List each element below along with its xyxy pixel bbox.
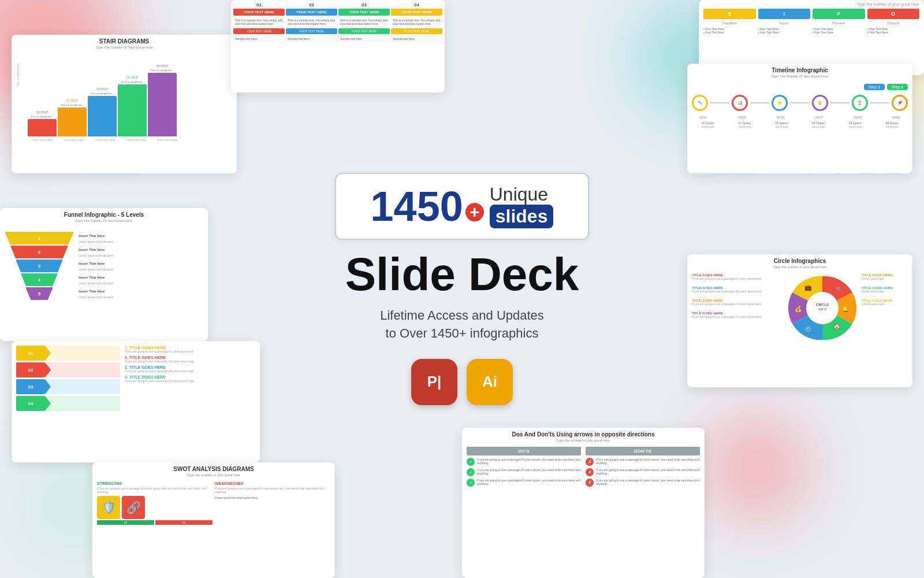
- main-title: Slide Deck: [335, 251, 589, 298]
- swot-inner: STRENGTHS If you are going to use a pass…: [92, 479, 335, 529]
- circle-subtitle: Type the subtitle of your great here: [687, 265, 912, 269]
- dos-header: DO'S: [467, 447, 581, 455]
- donts-header: DON'TS: [586, 447, 700, 455]
- swot-subtitle: Type the subtitle of your great here: [92, 473, 335, 477]
- unique-label: Unique: [490, 184, 548, 205]
- funnel-card: Funnel Infographic - 5 Levels Type The S…: [0, 208, 208, 341]
- svg-text:⚙️: ⚙️: [804, 325, 812, 333]
- app-icons: P| Ai: [335, 359, 589, 405]
- dosdont-title: Dos And Don'ts Using arrows in opposite …: [462, 428, 705, 439]
- dosdont-card: Dos And Don'ts Using arrows in opposite …: [462, 428, 705, 578]
- stair-step-2: 02 STEP This is a sample text...: [58, 99, 87, 136]
- svg-text:💼: 💼: [804, 284, 812, 291]
- powerpoint-icon: P|: [411, 359, 457, 405]
- arrow-funnel: 01 02 03: [16, 346, 120, 413]
- slides-label: slides: [490, 205, 554, 228]
- subtitle: Lifetime Access and Updates to Over 1450…: [335, 307, 589, 343]
- timeline-title: Timeline Infographic: [687, 64, 912, 75]
- stair-step-3: 03 STEP This is a sample text...: [88, 87, 117, 136]
- svg-text:🔔: 🔔: [842, 305, 850, 313]
- circle-left-labels: TITLE GOES HERE If you are going to use …: [692, 273, 783, 343]
- circle-title: Circle Infographics: [687, 254, 912, 265]
- arrows-card: 01 02 03: [12, 341, 260, 462]
- slide-count-box: 1450 + Unique slides: [335, 173, 589, 240]
- dosdont-inner: DO'S ✓ If you are going to use a passage…: [462, 444, 705, 489]
- svg-text:🏠: 🏠: [833, 323, 841, 330]
- stair-title: STAIR DIAGRAMS: [12, 35, 237, 46]
- funnel-visual: 1 2 3 4 5: [5, 227, 74, 300]
- arrow-labels: 1. TITLE GOES HERE If you are going to u…: [125, 346, 255, 413]
- funnel-title: Funnel Infographic - 5 Levels: [0, 208, 208, 219]
- timeline-card: Timeline Infographic Type The Subtitle O…: [687, 64, 912, 173]
- count-number: 1450: [371, 186, 463, 227]
- dosdont-subtitle: Type the subtitle of your great here: [462, 439, 705, 442]
- hero-section: 1450 + Unique slides Slide Deck Lifetime…: [335, 173, 589, 405]
- stair-step-1: 01 STEP This is a sample text...: [28, 110, 57, 136]
- stair-step-5: 05 STEP This is a sample text...: [148, 64, 177, 136]
- svg-text:INFO: INFO: [818, 307, 827, 311]
- circle-right-labels: TITLE GOES HERE Lorem ipsum text. TITLE …: [862, 273, 908, 343]
- sipo-inner: S I P O Suppliers Inputs Process Outputs…: [699, 6, 924, 36]
- stair-diagrams-card: STAIR DIAGRAMS Type The Subtitle Of Your…: [12, 35, 237, 173]
- funnel-labels: Insert Title Here Lorem ipsum dolor sit …: [79, 233, 203, 300]
- illustrator-icon: Ai: [467, 359, 513, 405]
- funnel-subtitle: Type The Subtitle Of Your Great Here: [0, 219, 208, 223]
- stair-subtitle: Type The Subtitle Of Your Great Here: [12, 46, 237, 49]
- count-plus: +: [465, 203, 484, 221]
- svg-text:🛒: 🛒: [835, 285, 843, 292]
- circle-svg: CIRCLE INFO 🛒 🔔 🏠 ⚙️ 💰 💼: [788, 273, 857, 343]
- circle-inner: TITLE GOES HERE If you are going to use …: [687, 271, 912, 345]
- dos-section: DO'S ✓ If you are going to use a passage…: [467, 447, 581, 487]
- stair-step-4: 04 STEP This is a sample text...: [118, 76, 147, 136]
- timeline-inner: Step 3 Step 4 🔧 📊 ⭐ 💡 🏆 📌 2014 2015 2016…: [687, 80, 912, 132]
- svg-text:CIRCLE: CIRCLE: [816, 303, 829, 306]
- timeline-subtitle: Type The Subtitle Of Your Great Here: [687, 75, 912, 78]
- stair-container: This is sample text 01 STEP This is a sa…: [12, 51, 237, 144]
- circle-card: Circle Infographics Type the subtitle of…: [687, 254, 912, 387]
- swot-title: SWOT ANALYSIS DIAGRAMS: [92, 462, 335, 473]
- table-card: 01 02 03 04 YOUR TEXT HERE YOUR TEXT HER…: [231, 0, 445, 92]
- funnel-inner: 1 2 3 4 5 Insert Title Here Lorem ipsum …: [0, 225, 208, 302]
- svg-text:💰: 💰: [795, 305, 802, 313]
- timeline-icons: 🔧 📊 ⭐ 💡 🏆 📌: [692, 95, 908, 111]
- swot-card: SWOT ANALYSIS DIAGRAMS Type the subtitle…: [92, 462, 335, 578]
- donts-section: DON'TS ✗ If you are going to use a passa…: [586, 447, 700, 487]
